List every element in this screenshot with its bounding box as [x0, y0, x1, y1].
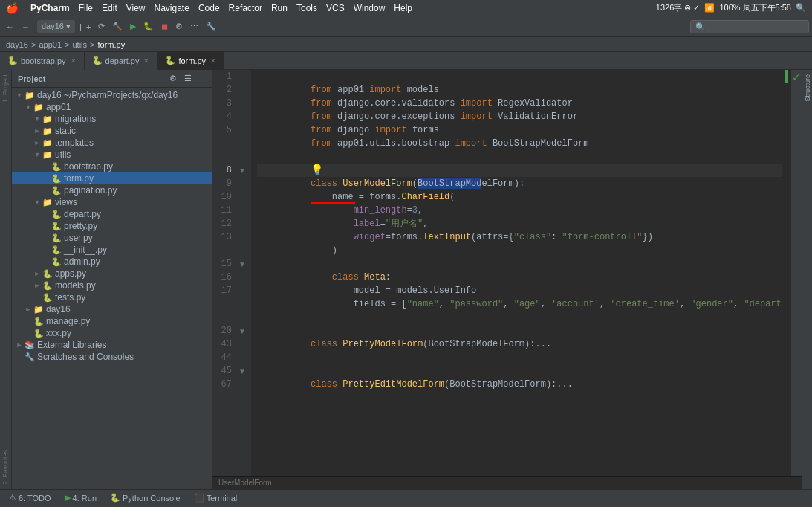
- tree-item-external-libs[interactable]: ► 📚 External Libraries: [12, 339, 212, 351]
- run-tab[interactable]: ▶ 4: Run: [59, 491, 103, 504]
- tab-bootstrap[interactable]: 🐍 bootstrap.py ✕: [0, 52, 85, 70]
- add-button[interactable]: +: [83, 21, 94, 33]
- todo-tab[interactable]: ⚠ 6: TODO: [3, 491, 57, 504]
- tree-item-testspy[interactable]: 🐍 tests.py: [12, 291, 212, 303]
- menu-vcs[interactable]: VCS: [326, 3, 345, 13]
- breadcrumb-utils[interactable]: utils: [72, 40, 87, 49]
- breadcrumb-day16[interactable]: day16: [6, 40, 28, 49]
- tree-item-initpy[interactable]: 🐍 __init__.py: [12, 244, 212, 256]
- debug-button[interactable]: 🐛: [140, 20, 157, 33]
- code-line-45: class PrettyEditModelForm(BootStrapModel…: [257, 364, 782, 378]
- code-content[interactable]: from app01 import models from django.cor…: [251, 70, 782, 476]
- more-run-button[interactable]: ⋯: [187, 20, 201, 33]
- menu-file[interactable]: File: [79, 3, 93, 13]
- tree-arrow-modelspy: ►: [33, 282, 42, 289]
- menu-run[interactable]: Run: [271, 3, 288, 13]
- back-button[interactable]: ←: [3, 21, 17, 33]
- tree-item-day16[interactable]: ▼ 📁 day16 ~/PycharmProjects/gx/day16: [12, 89, 212, 101]
- line-num-45: 45: [212, 364, 232, 378]
- menu-window[interactable]: Window: [354, 3, 386, 13]
- menu-tools[interactable]: Tools: [296, 3, 317, 13]
- python-console-tab[interactable]: 🐍 Python Console: [104, 491, 186, 504]
- sync-button[interactable]: ⟳: [95, 20, 108, 33]
- fold-line-18: [236, 297, 248, 311]
- toolbar-search[interactable]: [690, 20, 809, 33]
- build-button[interactable]: 🔨: [109, 20, 126, 33]
- breadcrumb-formpy[interactable]: form.py: [97, 40, 125, 49]
- tree-item-utils[interactable]: ▼ 📁 utils: [12, 149, 212, 161]
- tree-label-managepy: manage.py: [46, 316, 90, 326]
- tree-item-prettypy[interactable]: 🐍 pretty.py: [12, 220, 212, 232]
- tree-label-xxxpy: xxx.py: [46, 328, 71, 338]
- tree-item-managepy[interactable]: 🐍 manage.py: [12, 315, 212, 327]
- sidebar-settings-button[interactable]: ⚙: [167, 73, 179, 84]
- project-badge[interactable]: day16 ▾: [37, 20, 75, 33]
- tree-item-paginationpy[interactable]: 🐍 pagination.py: [12, 184, 212, 196]
- menu-code[interactable]: Code: [198, 3, 220, 13]
- tab-form-close[interactable]: ✕: [210, 57, 216, 65]
- fold-icon-45[interactable]: ▼: [236, 364, 248, 378]
- structure-tab[interactable]: Structure: [802, 70, 813, 106]
- sidebar-header: Project ⚙ ☰ –: [12, 70, 212, 88]
- menu-edit[interactable]: Edit: [102, 3, 117, 13]
- coverage-button[interactable]: ⚙: [172, 20, 186, 33]
- line-num-7: [212, 150, 232, 164]
- tree-item-day16-sub[interactable]: ► 📁 day16: [12, 303, 212, 315]
- wrench-button[interactable]: 🔧: [203, 20, 219, 33]
- search-icon[interactable]: 🔍: [796, 3, 806, 13]
- tree-label-adminpy: admin.py: [64, 256, 100, 267]
- tree-item-modelspy[interactable]: ► 🐍 models.py: [12, 280, 212, 291]
- tree-item-scratches[interactable]: 🔧 Scratches and Consoles: [12, 351, 212, 363]
- fold-icon-15[interactable]: ▼: [236, 257, 248, 271]
- run-button[interactable]: ▶: [127, 20, 139, 33]
- tree-label-initpy: __init__.py: [64, 245, 107, 255]
- hint-bar: UserModelForm: [212, 476, 802, 489]
- tree-item-migrations[interactable]: ▼ 📁 migrations: [12, 113, 212, 125]
- tree-item-app01[interactable]: ▼ 📁 app01: [12, 101, 212, 113]
- tree-item-bootstrappy[interactable]: 🐍 bootstrap.py: [12, 161, 212, 172]
- fold-icon-8[interactable]: ▼: [236, 164, 248, 177]
- tree-item-appspy[interactable]: ► 🐍 apps.py: [12, 268, 212, 280]
- green-check-icon: ✓: [792, 71, 801, 83]
- sidebar-layout-button[interactable]: ☰: [182, 73, 194, 84]
- tab-bootstrap-close[interactable]: ✕: [71, 57, 77, 65]
- fold-line-1: [236, 70, 248, 83]
- menu-refactor[interactable]: Refactor: [229, 3, 262, 13]
- tree-item-templates[interactable]: ► 📁 templates: [12, 137, 212, 149]
- tree-item-static[interactable]: ► 📁 static: [12, 125, 212, 137]
- wifi-icon: 📶: [704, 3, 715, 13]
- fold-line-17: [236, 284, 248, 297]
- fold-icon-20[interactable]: ▼: [236, 324, 248, 338]
- tree-item-adminpy[interactable]: 🐍 admin.py: [12, 256, 212, 268]
- vtab-favorites[interactable]: 2: Favorites: [0, 445, 11, 489]
- python-console-label: Python Console: [123, 494, 181, 503]
- bottom-tabs-bar: ⚠ 6: TODO ▶ 4: Run 🐍 Python Console ⬛ Te…: [0, 489, 812, 506]
- menu-help[interactable]: Help: [394, 3, 412, 13]
- menu-view[interactable]: View: [126, 3, 146, 13]
- line-num-18: [212, 297, 232, 311]
- forward-button[interactable]: →: [19, 21, 33, 33]
- tab-bootstrap-icon: 🐍: [7, 56, 18, 65]
- tab-form[interactable]: 🐍 form.py ✕: [157, 52, 224, 70]
- terminal-tab[interactable]: ⬛ Terminal: [188, 491, 244, 504]
- py-icon-prettypy: 🐍: [51, 222, 62, 231]
- stop-button[interactable]: ◼: [158, 20, 171, 33]
- tab-depart[interactable]: 🐍 depart.py ✕: [85, 52, 158, 70]
- tab-depart-icon: 🐍: [92, 56, 103, 65]
- tab-depart-close[interactable]: ✕: [143, 57, 149, 65]
- tree-item-xxxpy[interactable]: 🐍 xxx.py: [12, 327, 212, 339]
- vtab-project[interactable]: 1: Project: [0, 70, 11, 107]
- tree-item-formpy[interactable]: 🐍 form.py: [12, 172, 212, 184]
- tree-label-templates: templates: [55, 138, 94, 148]
- breadcrumb-app01[interactable]: app01: [39, 40, 62, 49]
- tree-item-departpy[interactable]: 🐍 depart.py: [12, 208, 212, 220]
- sidebar-collapse-button[interactable]: –: [197, 73, 206, 84]
- apple-menu[interactable]: 🍎: [6, 2, 19, 14]
- tree-label-app01: app01: [46, 102, 71, 112]
- line-num-17: 17: [212, 284, 232, 297]
- menu-navigate[interactable]: Navigate: [155, 3, 189, 13]
- tree-item-views[interactable]: ▼ 📁 views: [12, 196, 212, 208]
- code-editor[interactable]: 1 2 3 4 5 8 9 10 11 12 13 15 16 17: [212, 70, 802, 489]
- terminal-icon: ⬛: [194, 493, 204, 503]
- tree-item-userpy[interactable]: 🐍 user.py: [12, 232, 212, 244]
